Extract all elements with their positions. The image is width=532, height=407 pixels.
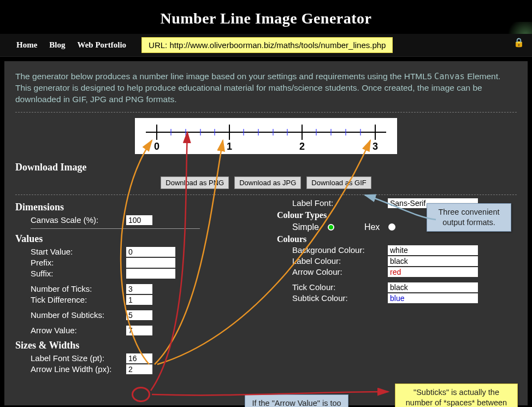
tick-label-1: 1 bbox=[227, 141, 232, 152]
label-suffix: Suffix: bbox=[31, 269, 126, 278]
nav-bar: Home Blog Web Portfolio URL: http://www.… bbox=[0, 34, 532, 57]
label-num-ticks: Number of Ticks: bbox=[31, 284, 126, 293]
label-subtick-colour: Subtick Colour: bbox=[292, 293, 388, 303]
download-jpg-button[interactable]: Download as JPG bbox=[234, 176, 301, 189]
input-tick-colour[interactable] bbox=[388, 282, 478, 292]
label-start-value: Start Value: bbox=[31, 247, 126, 256]
label-tick-diff: Tick Difference: bbox=[31, 295, 126, 304]
radio-simple[interactable] bbox=[328, 224, 334, 231]
intro-part1: The generator below produces a number li… bbox=[15, 72, 432, 81]
numberline-preview: 0 1 2 3 bbox=[15, 118, 517, 154]
annotation-formats: Three convenient output formats. bbox=[427, 203, 511, 232]
tick-label-2: 2 bbox=[299, 141, 305, 152]
label-arrow-value: Arrow Value: bbox=[31, 326, 126, 335]
label-num-subticks: Number of Subticks: bbox=[31, 310, 126, 320]
label-tick-colour: Tick Colour: bbox=[292, 282, 388, 292]
input-prefix[interactable] bbox=[126, 258, 175, 268]
highlight-circle-icon bbox=[132, 387, 150, 402]
download-gif-button[interactable]: Download as GIF bbox=[306, 176, 371, 189]
section-dimensions: Dimensions bbox=[15, 202, 255, 213]
lock-icon[interactable]: 🔒 bbox=[513, 37, 524, 48]
content-panel: The generator below produces a number li… bbox=[4, 61, 528, 405]
url-callout: URL: http://www.oliverboorman.biz/maths/… bbox=[141, 37, 393, 53]
label-font-size: Label Font Size (pt): bbox=[31, 353, 126, 363]
input-label-colour[interactable] bbox=[388, 256, 478, 266]
label-prefix: Prefix: bbox=[31, 258, 126, 267]
input-arrow-colour[interactable] bbox=[388, 267, 478, 277]
input-subtick-colour[interactable] bbox=[388, 293, 478, 303]
page-title: Number Line Image Generator bbox=[0, 0, 532, 34]
divider bbox=[15, 112, 517, 113]
section-sizes: Sizes & Widths bbox=[15, 340, 255, 351]
section-download: Download Image bbox=[15, 162, 517, 173]
label-hex: Hex bbox=[364, 222, 380, 232]
label-canvas-scale: Canvas Scale (%): bbox=[31, 215, 126, 225]
input-num-ticks[interactable] bbox=[126, 284, 152, 294]
nav-blog[interactable]: Blog bbox=[49, 40, 65, 50]
download-png-button[interactable]: Download as PNG bbox=[161, 176, 229, 189]
nav-portfolio[interactable]: Web Portfolio bbox=[78, 40, 127, 50]
label-bg-colour: Background Colour: bbox=[292, 245, 388, 255]
radio-hex[interactable] bbox=[388, 223, 395, 231]
section-colours: Colours bbox=[277, 234, 517, 244]
intro-text: The generator below produces a number li… bbox=[15, 71, 517, 105]
intro-canvas-word: Canvas bbox=[434, 72, 465, 81]
input-font-size[interactable] bbox=[126, 353, 152, 363]
label-simple: Simple bbox=[292, 222, 319, 232]
input-bg-colour[interactable] bbox=[388, 245, 478, 255]
label-arrow-line-width: Arrow Line Width (px): bbox=[31, 364, 126, 374]
input-canvas-scale[interactable] bbox=[126, 215, 152, 225]
input-arrow-value[interactable] bbox=[126, 326, 152, 335]
divider bbox=[15, 194, 517, 195]
input-num-subticks[interactable] bbox=[126, 310, 152, 320]
download-buttons: Download as PNG Download as JPG Download… bbox=[15, 176, 517, 189]
input-start-value[interactable] bbox=[126, 247, 175, 257]
tick-label-0: 0 bbox=[154, 141, 159, 152]
section-values: Values bbox=[15, 233, 255, 245]
annotation-subticks: "Subticks" is actually the number of *sp… bbox=[395, 384, 518, 407]
input-tick-diff[interactable] bbox=[126, 295, 152, 305]
nav-home[interactable]: Home bbox=[16, 40, 37, 50]
col-left: Dimensions Canvas Scale (%): Values Star… bbox=[15, 197, 255, 375]
input-suffix[interactable] bbox=[126, 269, 175, 279]
label-label-colour: Label Colour: bbox=[292, 256, 388, 266]
divider bbox=[31, 228, 200, 229]
tick-label-3: 3 bbox=[373, 141, 378, 152]
label-arrow-colour: Arrow Colour: bbox=[292, 267, 388, 276]
annotation-arrow-value: If the "Arrow Value" is too big, then it… bbox=[245, 394, 348, 407]
label-font: Label Font: bbox=[292, 198, 388, 208]
numberline-canvas: 0 1 2 3 bbox=[135, 118, 397, 154]
input-arrow-line-width[interactable] bbox=[126, 364, 152, 374]
